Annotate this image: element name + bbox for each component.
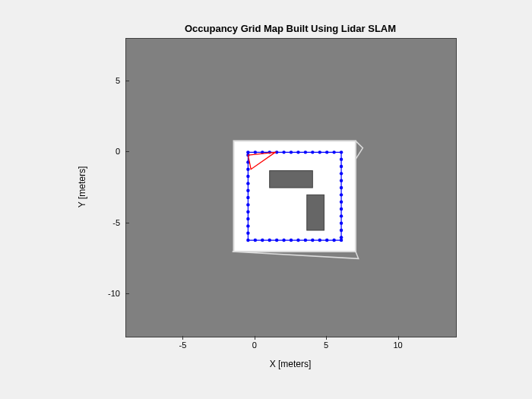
x-tick <box>398 336 399 340</box>
x-tick-label: 5 <box>324 340 328 350</box>
y-tick-label: -10 <box>108 289 120 298</box>
obstacle <box>270 171 313 188</box>
trajectory-marker <box>340 157 343 160</box>
trajectory-marker <box>246 189 249 192</box>
trajectory-marker <box>246 168 249 171</box>
x-tick-label: 0 <box>252 340 257 350</box>
x-tick <box>255 336 255 340</box>
trajectory-marker <box>254 239 257 242</box>
trajectory-marker <box>340 165 343 168</box>
y-tick-label: -5 <box>112 218 120 227</box>
scan-artifact <box>356 141 363 159</box>
obstacle <box>307 195 325 230</box>
trajectory-marker <box>246 175 249 178</box>
y-axis-label: Y [meters] <box>74 38 90 336</box>
plot-axes <box>125 38 457 337</box>
scan-artifact <box>233 252 359 258</box>
trajectory-marker <box>304 239 307 242</box>
trajectory-marker <box>340 207 343 211</box>
x-tick <box>182 336 183 340</box>
trajectory-marker <box>296 239 299 242</box>
trajectory-marker <box>332 150 335 154</box>
trajectory-marker <box>340 229 343 232</box>
x-tick-label: -5 <box>179 340 187 350</box>
y-tick <box>125 223 129 223</box>
trajectory-marker <box>290 239 293 242</box>
plot-area <box>126 39 456 337</box>
trajectory-marker <box>311 239 314 242</box>
trajectory-marker <box>246 232 249 235</box>
trajectory-marker <box>246 211 249 214</box>
trajectory-marker <box>268 239 271 242</box>
trajectory-marker <box>261 239 264 242</box>
x-axis-label: X [meters] <box>125 359 455 369</box>
trajectory-marker <box>340 172 343 175</box>
trajectory-marker <box>246 203 249 206</box>
trajectory-marker <box>325 239 328 242</box>
trajectory-marker <box>325 150 328 154</box>
trajectory-marker <box>332 239 335 242</box>
trajectory-marker <box>340 150 343 154</box>
trajectory-marker <box>282 239 285 242</box>
trajectory-marker <box>318 150 321 154</box>
trajectory-marker <box>275 239 278 242</box>
trajectory-marker <box>340 214 343 217</box>
y-tick <box>125 81 129 81</box>
trajectory-marker <box>340 193 343 196</box>
figure-window: Occupancy Grid Map Built Using Lidar SLA… <box>0 0 532 399</box>
trajectory-marker <box>246 182 249 185</box>
trajectory-marker <box>246 224 249 227</box>
trajectory-marker <box>282 150 285 154</box>
y-tick-label: 0 <box>116 147 120 156</box>
plot-title: Occupancy Grid Map Built Using Lidar SLA… <box>125 23 455 34</box>
trajectory-marker <box>340 186 343 189</box>
trajectory-marker <box>340 200 343 203</box>
trajectory-marker <box>246 239 249 242</box>
trajectory-marker <box>340 221 343 224</box>
y-tick <box>125 293 129 294</box>
trajectory-marker <box>340 179 343 182</box>
y-tick <box>125 151 129 152</box>
trajectory-marker <box>340 239 343 242</box>
trajectory-marker <box>254 150 257 154</box>
x-tick <box>326 336 327 340</box>
y-tick-label: 5 <box>116 76 120 85</box>
free-region <box>234 141 356 252</box>
trajectory-marker <box>318 239 321 242</box>
x-tick-label: 10 <box>393 340 402 350</box>
trajectory-marker <box>311 150 314 154</box>
trajectory-marker <box>290 150 293 154</box>
trajectory-marker <box>296 150 299 154</box>
trajectory-marker <box>246 217 249 220</box>
trajectory-marker <box>246 196 249 199</box>
trajectory-marker <box>304 150 307 154</box>
occupancy-grid-plot <box>126 39 456 337</box>
